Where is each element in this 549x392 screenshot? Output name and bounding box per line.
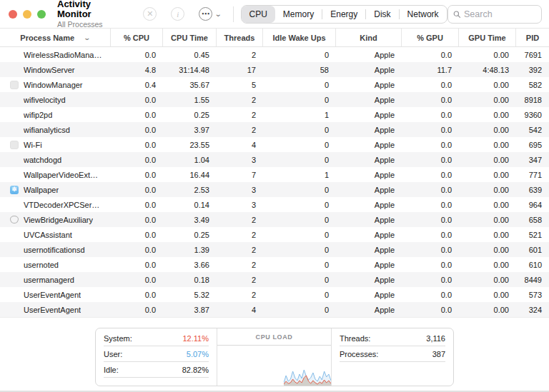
process-name-cell: VTDecoderXPCSer…	[0, 201, 111, 209]
idle-wake-ups-cell: 0	[263, 246, 336, 254]
search-field[interactable]	[447, 5, 542, 24]
cpu-percent-cell: 0.0	[111, 246, 163, 254]
process-name-cell: wifianalyticsd	[0, 126, 111, 134]
column-header-cpu-time[interactable]: CPU Time	[163, 29, 217, 46]
threads-cell: 4	[217, 306, 263, 314]
process-counts-panel: Threads: 3,116 Processes: 387	[332, 328, 453, 386]
pid-cell: 542	[516, 126, 549, 134]
cpu-percent-cell: 0.0	[111, 111, 163, 119]
tab-disk[interactable]: Disk	[366, 6, 398, 23]
tab-energy[interactable]: Energy	[322, 6, 365, 23]
footer: System: 12.11% User: 5.07% Idle: 82.82% …	[0, 317, 549, 391]
idle-wake-ups-cell: 0	[263, 51, 336, 59]
process-table-row[interactable]: wifivelocityd 0.0 1.55 2 0 Apple 0.0 0.0…	[0, 92, 549, 107]
inspect-process-button[interactable]: i	[171, 7, 184, 21]
info-circle-icon: i	[177, 10, 179, 19]
process-table-row[interactable]: wifip2pd 0.0 0.25 2 1 Apple 0.0 0.00 936…	[0, 107, 549, 122]
column-header-pid[interactable]: PID	[516, 29, 549, 46]
idle-wake-ups-cell: 0	[263, 81, 336, 89]
process-name: UserEventAgent	[24, 291, 81, 299]
column-header-cpu[interactable]: % CPU	[111, 29, 163, 46]
cpu-percent-cell: 0.0	[111, 156, 163, 164]
close-window-button[interactable]	[9, 10, 17, 19]
pid-cell: 347	[516, 156, 549, 164]
idle-wake-ups-cell: 0	[263, 276, 336, 284]
minimize-window-button[interactable]	[23, 10, 31, 19]
process-name: wifianalyticsd	[24, 126, 70, 134]
gpu-percent-cell: 0.0	[402, 111, 459, 119]
process-name-cell: usermanagerd	[0, 276, 111, 284]
gpu-percent-cell: 0.0	[402, 141, 459, 149]
kind-cell: Apple	[336, 246, 402, 254]
process-name-cell: ✽ Wallpaper	[0, 186, 111, 194]
search-input[interactable]	[464, 9, 536, 19]
process-table-row[interactable]: usermanagerd 0.0 0.18 2 0 Apple 0.0 0.00…	[0, 272, 549, 287]
column-header-gpu[interactable]: % GPU	[402, 29, 459, 46]
gpu-time-cell: 0.00	[459, 111, 516, 119]
system-label: System:	[104, 334, 132, 343]
process-table-row[interactable]: WindowServer 4.8 31:14.48 17 58 Apple 11…	[0, 62, 549, 77]
process-table-row[interactable]: UVCAssistant 0.0 0.25 2 0 Apple 0.0 0.00…	[0, 227, 549, 242]
process-name: usernoted	[24, 261, 59, 269]
process-name: WallpaperVideoExt…	[24, 171, 98, 179]
process-table-row[interactable]: usernotificationsd 0.0 1.39 2 0 Apple 0.…	[0, 242, 549, 257]
column-header-gpu-time[interactable]: GPU Time	[459, 29, 516, 46]
process-name-cell: usernotificationsd	[0, 246, 111, 254]
threads-cell: 2	[217, 96, 263, 104]
cpu-percent-cell: 0.0	[111, 171, 163, 179]
process-name: ViewBridgeAuxiliary	[24, 216, 93, 224]
pid-cell: 695	[516, 141, 549, 149]
tab-network[interactable]: Network	[400, 6, 447, 23]
process-table-row[interactable]: watchdogd 0.0 1.04 3 0 Apple 0.0 0.00 34…	[0, 152, 549, 167]
threads-cell: 17	[217, 66, 263, 74]
kind-cell: Apple	[336, 291, 402, 299]
cpu-percent-cell: 0.0	[111, 141, 163, 149]
threads-cell: 2	[217, 126, 263, 134]
process-table-row[interactable]: VTDecoderXPCSer… 0.0 0.14 3 0 Apple 0.0 …	[0, 197, 549, 212]
gpu-time-cell: 0.00	[459, 246, 516, 254]
gpu-percent-cell: 0.0	[402, 276, 459, 284]
gpu-time-cell: 0.00	[459, 231, 516, 239]
process-table-row[interactable]: WallpaperVideoExt… 0.0 16.44 7 1 Apple 0…	[0, 167, 549, 182]
pid-cell: 324	[516, 306, 549, 314]
pid-cell: 771	[516, 171, 549, 179]
idle-wake-ups-cell: 0	[263, 96, 336, 104]
user-label: User:	[104, 350, 122, 358]
column-header-threads[interactable]: Threads	[217, 29, 263, 46]
more-options-button[interactable]: ⋯ ⌄	[199, 7, 221, 21]
process-table-row[interactable]: WindowManager 0.4 35.67 5 0 Apple 0.0 0.…	[0, 77, 549, 92]
kind-cell: Apple	[336, 81, 402, 89]
stop-process-button[interactable]: ✕	[143, 7, 157, 21]
cpu-percent-cell: 0.4	[111, 81, 163, 89]
zoom-window-button[interactable]	[37, 10, 46, 19]
process-table-row[interactable]: ✽ Wallpaper 0.0 2.53 3 0 Apple 0.0 0.00 …	[0, 182, 549, 197]
process-table-row[interactable]: WirelessRadioMana… 0.0 0.45 2 0 Apple 0.…	[0, 47, 549, 62]
process-table-row[interactable]: wifianalyticsd 0.0 3.97 2 0 Apple 0.0 0.…	[0, 122, 549, 137]
tab-memory[interactable]: Memory	[275, 6, 322, 23]
no-icon	[10, 96, 19, 104]
column-header-kind[interactable]: Kind	[336, 29, 402, 46]
cpu-stats-box: System: 12.11% User: 5.07% Idle: 82.82% …	[95, 328, 454, 386]
process-name: wifivelocityd	[24, 96, 66, 104]
toolbar-separator	[233, 6, 234, 22]
gpu-time-cell: 0.00	[459, 156, 516, 164]
gpu-percent-cell: 0.0	[402, 201, 459, 209]
process-table-row[interactable]: UserEventAgent 0.0 3.87 4 0 Apple 0.0 0.…	[0, 302, 549, 317]
process-name: WirelessRadioMana…	[24, 51, 102, 59]
process-table-row[interactable]: ViewBridgeAuxiliary 0.0 3.49 2 0 Apple 0…	[0, 212, 549, 227]
tab-cpu[interactable]: CPU	[242, 6, 275, 23]
gpu-percent-cell: 0.0	[402, 96, 459, 104]
kind-cell: Apple	[336, 66, 402, 74]
gpu-percent-cell: 0.0	[402, 126, 459, 134]
cpu-time-cell: 3.66	[163, 261, 217, 269]
column-header-idle-wake-ups[interactable]: Idle Wake Ups	[263, 29, 336, 46]
no-icon	[10, 261, 19, 269]
process-table-row[interactable]: Wi-Fi 0.0 23.55 4 0 Apple 0.0 0.00 695	[0, 137, 549, 152]
pid-cell: 964	[516, 201, 549, 209]
idle-wake-ups-cell: 0	[263, 216, 336, 224]
process-table-row[interactable]: usernoted 0.0 3.66 2 0 Apple 0.0 0.00 61…	[0, 257, 549, 272]
pid-cell: 573	[516, 291, 549, 299]
column-header-process-name[interactable]: Process Name ⌄	[0, 29, 111, 46]
processes-stat-row: Processes: 387	[340, 346, 445, 362]
process-table-row[interactable]: UserEventAgent 0.0 5.32 2 0 Apple 0.0 0.…	[0, 287, 549, 302]
